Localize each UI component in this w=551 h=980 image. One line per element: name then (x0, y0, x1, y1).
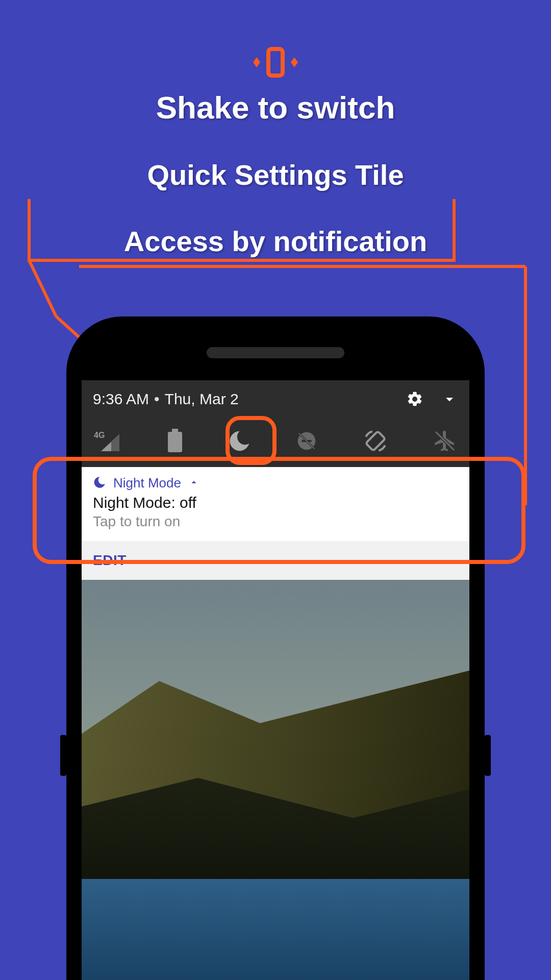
dnd-off-icon[interactable] (295, 429, 318, 453)
title-quick-settings-tile: Quick Settings Tile (0, 158, 551, 191)
svg-rect-13 (168, 432, 182, 452)
svg-line-6 (29, 260, 56, 316)
phone-side-button-left (60, 735, 66, 776)
title-shake: Shake to switch (0, 89, 551, 126)
airplane-off-icon[interactable] (433, 429, 457, 453)
phone-speaker (207, 347, 344, 358)
auto-rotate-icon[interactable] (363, 428, 388, 454)
phone-mockup: 9:36 AM • Thu, Mar 2 4G (66, 316, 485, 980)
svg-rect-12 (172, 429, 178, 432)
battery-icon[interactable] (167, 429, 183, 453)
chevron-down-icon[interactable] (441, 390, 458, 408)
callout-highlight-notification (33, 457, 525, 564)
svg-rect-0 (268, 49, 283, 76)
shake-phone-icon (251, 46, 300, 87)
gear-icon[interactable] (406, 390, 423, 408)
qs-separator: • (149, 390, 165, 408)
svg-marker-1 (253, 57, 260, 62)
qs-date: Thu, Mar 2 (165, 390, 239, 408)
svg-marker-3 (291, 57, 298, 62)
svg-marker-4 (291, 62, 298, 67)
svg-text:4G: 4G (94, 431, 105, 439)
title-access-by-notification: Access by notification (0, 225, 551, 258)
cellular-4g-icon[interactable]: 4G (94, 430, 122, 452)
qs-time: 9:36 AM (93, 390, 149, 408)
svg-marker-2 (253, 62, 260, 67)
phone-side-button-right (485, 735, 491, 776)
wallpaper (82, 559, 469, 980)
